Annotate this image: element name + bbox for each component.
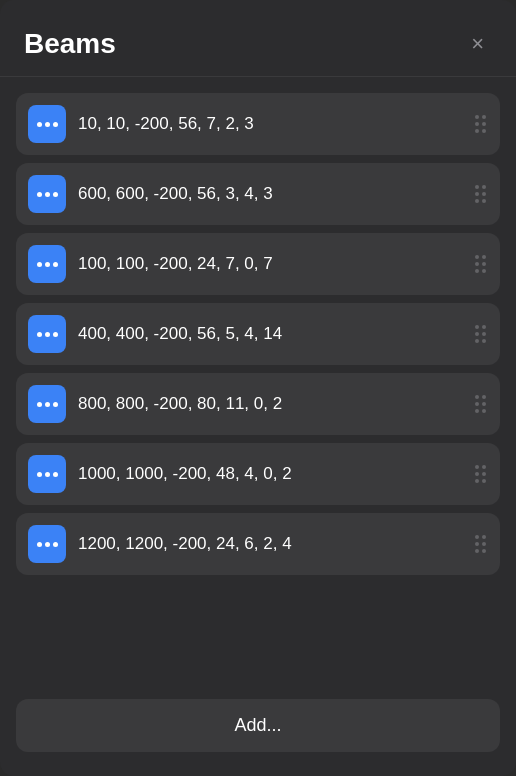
more-dots-icon: [37, 262, 58, 267]
list-item: 800, 800, -200, 80, 11, 0, 2: [16, 373, 500, 435]
beam-values-text: 800, 800, -200, 80, 11, 0, 2: [78, 394, 459, 414]
list-item: 1200, 1200, -200, 24, 6, 2, 4: [16, 513, 500, 575]
drag-handle[interactable]: [471, 251, 490, 277]
item-more-button[interactable]: [28, 175, 66, 213]
drag-handle[interactable]: [471, 391, 490, 417]
item-more-button[interactable]: [28, 315, 66, 353]
more-dots-icon: [37, 192, 58, 197]
list-item: 1000, 1000, -200, 48, 4, 0, 2: [16, 443, 500, 505]
drag-dot: [475, 465, 479, 469]
drag-dot: [482, 192, 486, 196]
more-dots-icon: [37, 402, 58, 407]
drag-dot: [475, 542, 479, 546]
panel-header: Beams ×: [0, 0, 516, 76]
more-dots-icon: [37, 122, 58, 127]
drag-dot: [482, 542, 486, 546]
drag-dot: [475, 479, 479, 483]
more-dots-icon: [37, 472, 58, 477]
item-more-button[interactable]: [28, 245, 66, 283]
drag-handle[interactable]: [471, 111, 490, 137]
drag-dot: [475, 395, 479, 399]
beam-values-text: 600, 600, -200, 56, 3, 4, 3: [78, 184, 459, 204]
drag-dot: [482, 129, 486, 133]
drag-dot: [482, 535, 486, 539]
drag-dot: [482, 199, 486, 203]
drag-dot: [482, 479, 486, 483]
beam-values-text: 100, 100, -200, 24, 7, 0, 7: [78, 254, 459, 274]
beam-values-text: 10, 10, -200, 56, 7, 2, 3: [78, 114, 459, 134]
drag-dot: [482, 549, 486, 553]
page-title: Beams: [24, 28, 116, 60]
drag-dot: [475, 192, 479, 196]
drag-dot: [482, 262, 486, 266]
more-dots-icon: [37, 542, 58, 547]
drag-dot: [475, 255, 479, 259]
drag-dot: [475, 115, 479, 119]
beam-values-text: 1000, 1000, -200, 48, 4, 0, 2: [78, 464, 459, 484]
drag-dot: [482, 255, 486, 259]
more-dots-icon: [37, 332, 58, 337]
close-button[interactable]: ×: [463, 29, 492, 59]
drag-dot: [475, 409, 479, 413]
list-item: 400, 400, -200, 56, 5, 4, 14: [16, 303, 500, 365]
drag-dot: [482, 185, 486, 189]
list-item: 600, 600, -200, 56, 3, 4, 3: [16, 163, 500, 225]
beams-panel: Beams × 10, 10, -200, 56, 7, 2, 3600, 60…: [0, 0, 516, 776]
drag-dot: [475, 122, 479, 126]
drag-dot: [482, 339, 486, 343]
drag-dot: [482, 465, 486, 469]
list-item: 10, 10, -200, 56, 7, 2, 3: [16, 93, 500, 155]
drag-dot: [475, 185, 479, 189]
beams-list: 10, 10, -200, 56, 7, 2, 3600, 600, -200,…: [0, 85, 516, 687]
add-button[interactable]: Add...: [16, 699, 500, 752]
beam-values-text: 400, 400, -200, 56, 5, 4, 14: [78, 324, 459, 344]
drag-dot: [475, 129, 479, 133]
drag-dot: [482, 332, 486, 336]
drag-dot: [482, 409, 486, 413]
drag-dot: [475, 262, 479, 266]
drag-dot: [482, 122, 486, 126]
drag-dot: [475, 325, 479, 329]
drag-dot: [475, 402, 479, 406]
drag-handle[interactable]: [471, 321, 490, 347]
beam-values-text: 1200, 1200, -200, 24, 6, 2, 4: [78, 534, 459, 554]
item-more-button[interactable]: [28, 105, 66, 143]
drag-dot: [482, 325, 486, 329]
item-more-button[interactable]: [28, 385, 66, 423]
drag-dot: [475, 199, 479, 203]
drag-dot: [475, 269, 479, 273]
header-divider: [0, 76, 516, 77]
drag-handle[interactable]: [471, 531, 490, 557]
drag-dot: [475, 332, 479, 336]
drag-dot: [475, 339, 479, 343]
drag-dot: [482, 472, 486, 476]
drag-dot: [482, 115, 486, 119]
list-item: 100, 100, -200, 24, 7, 0, 7: [16, 233, 500, 295]
drag-dot: [475, 535, 479, 539]
drag-handle[interactable]: [471, 461, 490, 487]
item-more-button[interactable]: [28, 525, 66, 563]
drag-handle[interactable]: [471, 181, 490, 207]
drag-dot: [475, 549, 479, 553]
drag-dot: [482, 402, 486, 406]
drag-dot: [482, 269, 486, 273]
drag-dot: [475, 472, 479, 476]
item-more-button[interactable]: [28, 455, 66, 493]
drag-dot: [482, 395, 486, 399]
